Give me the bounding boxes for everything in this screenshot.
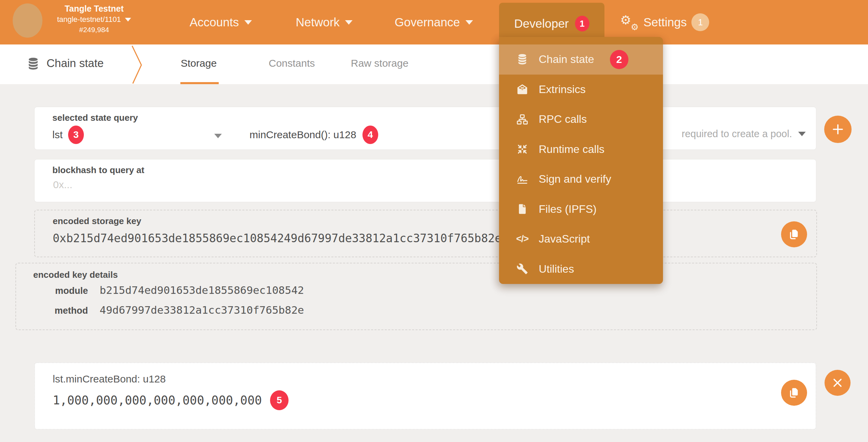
nav-settings-label: Settings <box>643 15 687 29</box>
chain-info[interactable]: Tangle Testnet tangle-testnet/1101 #249,… <box>44 3 144 35</box>
database-icon <box>515 53 530 66</box>
copy-result-button[interactable] <box>781 380 807 406</box>
tab-storage[interactable]: Storage <box>181 57 217 69</box>
chevron-down-icon <box>125 18 131 22</box>
add-query-button[interactable] <box>824 116 852 143</box>
query-result-card: lst.minCreateBond: u128 1,000,000,000,00… <box>34 362 816 430</box>
sitemap-icon <box>515 113 530 126</box>
tab-raw-storage[interactable]: Raw storage <box>351 57 408 69</box>
copy-icon <box>788 386 801 399</box>
method-select-value: minCreateBond(): u128 <box>250 129 356 141</box>
encoded-key-details-card: encoded key details module b215d74ed9016… <box>15 263 817 330</box>
wrench-icon <box>515 262 530 276</box>
developer-menu: Chain state 2 Extrinsics <box>499 37 663 284</box>
chain-name: Tangle Testnet <box>44 3 144 14</box>
blockhash-label: blockhash to query at <box>52 165 144 176</box>
module-row: module b215d74ed901653de1855869ec108542 <box>37 284 304 296</box>
nav-network-label: Network <box>296 15 340 29</box>
result-label: lst.minCreateBond: u128 <box>53 373 166 385</box>
query-card-label: selected state query <box>52 113 138 123</box>
result-value-row: 1,000,000,000,000,000,000,000 5 <box>53 390 289 410</box>
step-badge-4: 4 <box>362 126 378 144</box>
chevron-down-icon <box>244 20 252 25</box>
chevron-down-icon[interactable] <box>798 132 806 136</box>
chain-endpoint-label: tangle-testnet/1101 <box>57 14 121 25</box>
breadcrumb-chevron <box>129 45 144 84</box>
encoded-storage-key-label: encoded storage key <box>53 216 141 226</box>
menu-item-label: Utilities <box>539 263 574 275</box>
code-icon: </> <box>515 232 530 246</box>
step-badge-5: 5 <box>270 390 289 410</box>
selected-state-query-card: selected state query lst 3 minCreateBond… <box>34 107 816 150</box>
method-docs-text: required to create a pool. <box>682 128 792 140</box>
menu-item-label: JavaScript <box>539 233 590 245</box>
menu-item-label: Extrinsics <box>539 83 586 96</box>
method-docs: required to create a pool. <box>682 128 806 140</box>
nav-accounts-label: Accounts <box>190 15 239 29</box>
file-icon <box>515 202 530 216</box>
nav-governance-label: Governance <box>395 15 460 29</box>
page-title: Chain state <box>47 57 104 70</box>
pallet-select-value: lst <box>52 129 63 141</box>
menu-item-files-ipfs[interactable]: Files (IPFS) <box>499 194 663 224</box>
network-avatar[interactable] <box>13 3 42 38</box>
menu-item-utilities[interactable]: Utilities <box>499 254 663 284</box>
module-value: b215d74ed901653de1855869ec108542 <box>100 284 304 296</box>
menu-item-rpc-calls[interactable]: RPC calls <box>499 104 663 134</box>
nav-developer-label: Developer <box>514 17 569 30</box>
blockhash-input[interactable] <box>52 179 499 191</box>
chain-state-page: Tangle Testnet tangle-testnet/1101 #249,… <box>0 0 868 442</box>
chevron-down-icon <box>465 20 473 25</box>
tab-constants[interactable]: Constants <box>269 57 315 69</box>
encoded-storage-key-card: encoded storage key 0xb215d74ed901653de1… <box>34 210 817 257</box>
menu-item-label: Sign and verify <box>539 173 611 185</box>
result-value: 1,000,000,000,000,000,000,000 <box>53 393 262 407</box>
chain-endpoint[interactable]: tangle-testnet/1101 <box>44 14 144 25</box>
pallet-select[interactable]: lst 3 <box>52 126 84 144</box>
method-row: method 49d67997de33812a1cc37310f765b82e <box>37 304 304 316</box>
settings-counter-badge: 1 <box>691 13 709 31</box>
step-badge-3: 3 <box>68 126 84 144</box>
database-icon <box>27 57 40 71</box>
method-value: 49d67997de33812a1cc37310f765b82e <box>100 304 304 316</box>
encoded-key-details-label: encoded key details <box>33 270 118 280</box>
remove-query-button[interactable] <box>825 370 851 396</box>
encoded-storage-key-value: 0xb215d74ed901653de1855869ec10854249d679… <box>53 232 501 245</box>
top-header-bar: Tangle Testnet tangle-testnet/1101 #249,… <box>0 0 868 44</box>
module-label: module <box>37 286 88 296</box>
method-label: method <box>37 306 88 316</box>
envelope-open-icon <box>515 82 530 96</box>
menu-item-extrinsics[interactable]: Extrinsics <box>499 75 663 105</box>
menu-item-label: Files (IPFS) <box>539 203 597 216</box>
chevron-down-icon <box>345 20 353 25</box>
chevron-down-icon[interactable] <box>214 134 222 138</box>
signature-icon <box>515 172 530 186</box>
developer-step-badge: 1 <box>575 16 589 31</box>
nav-network[interactable]: Network <box>296 0 353 44</box>
menu-item-chain-state[interactable]: Chain state 2 <box>499 44 663 75</box>
menu-item-javascript[interactable]: </> JavaScript <box>499 224 663 254</box>
menu-item-label: Runtime calls <box>539 143 604 156</box>
plus-icon <box>832 123 844 135</box>
menu-item-sign-and-verify[interactable]: Sign and verify <box>499 164 663 194</box>
compress-arrows-icon <box>515 142 530 156</box>
block-number: #249,984 <box>44 25 144 35</box>
gears-icon: ⚙ ⚙ <box>620 12 639 32</box>
nav-governance[interactable]: Governance <box>395 0 473 44</box>
active-tab-underline <box>180 82 219 84</box>
menu-item-runtime-calls[interactable]: Runtime calls <box>499 134 663 165</box>
copy-icon <box>788 228 801 241</box>
menu-item-label: Chain state <box>539 53 594 66</box>
method-select[interactable]: minCreateBond(): u128 4 <box>250 126 378 144</box>
blockhash-card: blockhash to query at <box>34 159 816 202</box>
copy-storage-key-button[interactable] <box>781 221 807 247</box>
page-subheader: Chain state Storage Constants Raw storag… <box>0 44 868 84</box>
close-icon <box>832 377 843 389</box>
menu-item-label: RPC calls <box>539 113 587 126</box>
step-badge-2: 2 <box>610 50 628 69</box>
nav-accounts[interactable]: Accounts <box>190 0 252 44</box>
